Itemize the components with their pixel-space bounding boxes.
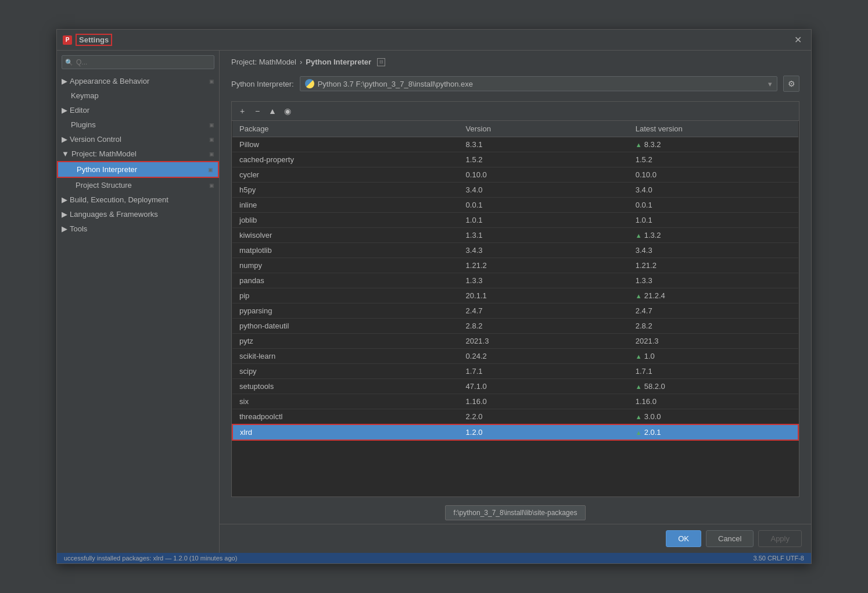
- bottom-bar: OK Cancel Apply: [220, 524, 811, 553]
- table-row[interactable]: Pillow8.3.1▲8.3.2: [232, 137, 798, 152]
- table-row[interactable]: pyparsing2.4.72.4.7: [232, 303, 798, 319]
- sidebar-item-keymap[interactable]: Keymap: [57, 88, 219, 103]
- latest-version-value: 2.0.1: [644, 428, 661, 437]
- settings-icon: ▣: [208, 167, 213, 173]
- tooltip-text: f:\python_3_7_8\install\lib\site-package…: [445, 505, 586, 520]
- package-latest-version: ▲58.2.0: [629, 379, 798, 394]
- table-row[interactable]: cycler0.10.00.10.0: [232, 167, 798, 183]
- sidebar-item-plugins[interactable]: Plugins ▣: [57, 117, 219, 132]
- expand-arrow: ▶: [62, 210, 67, 219]
- table-row[interactable]: setuptools47.1.0▲58.2.0: [232, 379, 798, 394]
- package-version: 1.21.2: [459, 258, 629, 273]
- sidebar-item-version-control[interactable]: ▶ Version Control ▣: [57, 132, 219, 147]
- table-row[interactable]: cached-property1.5.21.5.2: [232, 152, 798, 167]
- package-latest-version: 0.0.1: [629, 198, 798, 213]
- app-icon: P: [63, 35, 72, 45]
- sidebar-item-label: Editor: [70, 106, 89, 115]
- package-latest-version: ▲3.0.0: [629, 409, 798, 425]
- sidebar-item-label: Appearance & Behavior: [70, 77, 149, 85]
- package-name: pandas: [232, 273, 459, 288]
- search-input[interactable]: [62, 55, 214, 69]
- table-row[interactable]: pip20.1.1▲21.2.4: [232, 288, 798, 303]
- sidebar-item-editor[interactable]: ▶ Editor: [57, 103, 219, 117]
- sidebar-item-languages[interactable]: ▶ Languages & Frameworks: [57, 207, 219, 222]
- gear-button[interactable]: ⚙: [783, 76, 799, 92]
- interpreter-select[interactable]: Python 3.7 F:\python_3_7_8\install\pytho…: [300, 76, 777, 91]
- package-version: 1.2.0: [459, 424, 629, 440]
- settings-icon: ▣: [209, 151, 214, 157]
- table-row[interactable]: h5py3.4.03.4.0: [232, 183, 798, 198]
- table-row[interactable]: scikit-learn0.24.2▲1.0: [232, 349, 798, 364]
- package-latest-version: 2.4.7: [629, 303, 798, 319]
- upgrade-arrow-icon: ▲: [636, 232, 642, 239]
- package-name: cached-property: [232, 152, 459, 167]
- dropdown-arrow-icon: ▾: [768, 80, 772, 88]
- package-name: xlrd: [232, 424, 459, 440]
- package-name: pip: [232, 288, 459, 303]
- packages-area: + − ▲ ◉ Package Version Latest version: [231, 101, 799, 497]
- table-row[interactable]: pytz2021.32021.3: [232, 334, 798, 349]
- add-package-button[interactable]: +: [235, 104, 249, 118]
- expand-arrow: ▶: [62, 135, 67, 144]
- package-version: 3.4.3: [459, 243, 629, 258]
- title-bar: P Settings ✕: [57, 30, 811, 51]
- close-button[interactable]: ✕: [791, 33, 805, 47]
- status-right: 3.50 CRLF UTF-8: [754, 555, 804, 562]
- table-row[interactable]: matplotlib3.4.33.4.3: [232, 243, 798, 258]
- table-row[interactable]: scipy1.7.11.7.1: [232, 364, 798, 379]
- remove-package-button[interactable]: −: [250, 104, 264, 118]
- package-latest-version: ▲8.3.2: [629, 137, 798, 152]
- table-row[interactable]: kiwisolver1.3.1▲1.3.2: [232, 228, 798, 243]
- expand-arrow: ▶: [62, 77, 67, 85]
- table-row[interactable]: joblib1.0.11.0.1: [232, 213, 798, 228]
- table-row[interactable]: threadpoolctl2.2.0▲3.0.0: [232, 409, 798, 425]
- latest-version-value: 1.3.2: [644, 231, 661, 240]
- latest-version-value: 8.3.2: [644, 140, 661, 149]
- table-row[interactable]: xlrd1.2.0▲2.0.1: [232, 424, 798, 440]
- interpreter-row: Python Interpreter: Python 3.7 F:\python…: [220, 71, 811, 97]
- table-row[interactable]: six1.16.01.16.0: [232, 394, 798, 409]
- sidebar-item-project[interactable]: ▼ Project: MathModel ▣: [57, 147, 219, 161]
- package-version: 2.8.2: [459, 319, 629, 334]
- sidebar-item-label: Languages & Frameworks: [70, 210, 158, 219]
- ok-button[interactable]: OK: [666, 530, 701, 547]
- package-name: setuptools: [232, 379, 459, 394]
- col-header-version: Version: [459, 121, 629, 137]
- table-row[interactable]: numpy1.21.21.21.2: [232, 258, 798, 273]
- search-icon: 🔍: [65, 59, 73, 66]
- search-box: 🔍: [62, 55, 214, 69]
- packages-table: Package Version Latest version Pillow8.3…: [232, 121, 799, 441]
- sidebar-item-tools[interactable]: ▶ Tools: [57, 222, 219, 236]
- table-row[interactable]: pandas1.3.31.3.3: [232, 273, 798, 288]
- apply-button[interactable]: Apply: [758, 530, 802, 547]
- package-version: 47.1.0: [459, 379, 629, 394]
- sidebar-item-project-structure[interactable]: Project Structure ▣: [57, 178, 219, 192]
- package-latest-version: 1.7.1: [629, 364, 798, 379]
- interpreter-label: Python Interpreter:: [231, 80, 294, 88]
- package-version: 1.7.1: [459, 364, 629, 379]
- sidebar-item-label: Tools: [70, 224, 87, 233]
- package-version: 1.3.1: [459, 228, 629, 243]
- package-latest-version: 3.4.3: [629, 243, 798, 258]
- settings-icon: ▣: [209, 122, 214, 128]
- col-header-package: Package: [232, 121, 459, 137]
- sidebar-item-build[interactable]: ▶ Build, Execution, Deployment: [57, 192, 219, 207]
- packages-table-container: Package Version Latest version Pillow8.3…: [232, 121, 799, 496]
- package-version: 2.4.7: [459, 303, 629, 319]
- dialog-body: 🔍 ▶ Appearance & Behavior ▣ Keymap ▶ Edi…: [57, 51, 811, 553]
- expand-arrow: ▶: [62, 106, 67, 115]
- table-row[interactable]: inline0.0.10.0.1: [232, 198, 798, 213]
- package-version: 0.0.1: [459, 198, 629, 213]
- refresh-button[interactable]: ◉: [281, 104, 295, 118]
- interpreter-value: Python 3.7 F:\python_3_7_8\install\pytho…: [318, 80, 473, 88]
- package-latest-version: 1.16.0: [629, 394, 798, 409]
- up-package-button[interactable]: ▲: [266, 104, 279, 118]
- cancel-button[interactable]: Cancel: [706, 530, 754, 547]
- sidebar-item-python-interpreter[interactable]: Python Interpreter ▣: [57, 161, 219, 178]
- package-name: joblib: [232, 213, 459, 228]
- python-icon: [305, 79, 314, 88]
- latest-version-value: 58.2.0: [644, 382, 665, 391]
- sidebar-item-appearance[interactable]: ▶ Appearance & Behavior ▣: [57, 74, 219, 88]
- packages-toolbar: + − ▲ ◉: [232, 102, 799, 121]
- table-row[interactable]: python-dateutil2.8.22.8.2: [232, 319, 798, 334]
